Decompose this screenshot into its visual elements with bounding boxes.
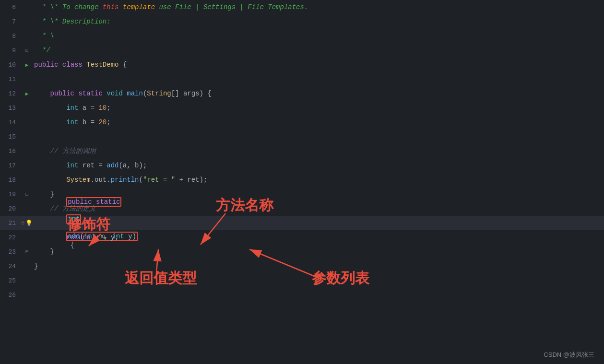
code-9: */ (32, 47, 604, 54)
gutter-21: ⊟ 💡 (22, 220, 32, 227)
code-18: System.out.println("ret = " + ret); (32, 176, 604, 184)
line-18: 18 System.out.println("ret = " + ret); (0, 173, 604, 187)
fold-icon-9[interactable]: ⊟ (25, 47, 28, 53)
line-num-9: 9 (0, 47, 22, 54)
line-num-21: 21 (0, 220, 22, 227)
gutter-9: ⊟ (22, 47, 32, 53)
line-num-18: 18 (0, 176, 22, 184)
line-14: 14 int b = 20; (0, 115, 604, 129)
line-26: 26 (0, 288, 604, 302)
line-6: 6 * \* To change this template use File … (0, 0, 604, 14)
run-icon-10[interactable]: ▶ (25, 62, 29, 68)
line-17: 17 int ret = add(a, b); (0, 158, 604, 173)
line-num-22: 22 (0, 234, 22, 241)
code-6: * \* To change this template use File | … (32, 3, 604, 11)
line-24: 24 } (0, 259, 604, 273)
line-22: 22 return x + y; (0, 230, 604, 245)
return-type-box: int (66, 214, 81, 224)
line-num-10: 10 (0, 61, 22, 69)
line-num-20: 20 (0, 205, 22, 212)
line-8: 8 * \ (0, 29, 604, 43)
line-num-26: 26 (0, 292, 22, 299)
code-22: return x + y; (32, 234, 604, 241)
code-area: 6 * \* To change this template use File … (0, 0, 604, 302)
line-num-17: 17 (0, 162, 22, 169)
line-num-6: 6 (0, 4, 22, 11)
line-num-11: 11 (0, 76, 22, 83)
line-7: 7 * \* Description: (0, 14, 604, 29)
gutter-19: ⊟ (22, 191, 32, 197)
fold-icon-21[interactable]: ⊟ (21, 220, 24, 226)
modifier-box: public static (66, 197, 121, 207)
gutter-12: ▶ (22, 91, 32, 97)
line-num-7: 7 (0, 18, 22, 25)
line-num-8: 8 (0, 33, 22, 40)
code-10: public class TestDemo { (32, 61, 604, 69)
code-12: public static void main(String[] args) { (32, 90, 604, 97)
line-13: 13 int a = 10; (0, 101, 604, 115)
code-13: int a = 10; (32, 104, 604, 112)
code-14: int b = 20; (32, 118, 604, 126)
code-16: // 方法的调用 (32, 147, 604, 155)
code-7: * \* Description: (32, 18, 604, 25)
line-11: 11 (0, 72, 604, 86)
code-8: * \ (32, 32, 604, 40)
line-12: 12 ▶ public static void main(String[] ar… (0, 86, 604, 101)
editor: 6 * \* To change this template use File … (0, 0, 604, 364)
code-17: int ret = add(a, b); (32, 162, 604, 169)
line-25: 25 (0, 273, 604, 288)
line-num-14: 14 (0, 119, 22, 126)
line-num-13: 13 (0, 105, 22, 112)
line-num-25: 25 (0, 277, 22, 284)
run-icon-12[interactable]: ▶ (25, 91, 29, 97)
line-9: 9 ⊟ */ (0, 43, 604, 58)
watermark: CSDN @波风张三 (544, 351, 594, 359)
gutter-10: ▶ (22, 62, 32, 68)
line-23: 23 ⊟ } (0, 245, 604, 259)
line-num-19: 19 (0, 191, 22, 198)
line-num-23: 23 (0, 248, 22, 256)
line-16: 16 // 方法的调用 (0, 144, 604, 158)
fold-icon-19[interactable]: ⊟ (25, 191, 28, 197)
line-10: 10 ▶ public class TestDemo { (0, 58, 604, 72)
code-24: } (32, 262, 604, 270)
line-num-24: 24 (0, 263, 22, 270)
line-num-12: 12 (0, 90, 22, 97)
gutter-23: ⊟ (22, 249, 32, 255)
line-21: 21 ⊟ 💡 public static int add(int x, int … (0, 216, 604, 230)
lightbulb-icon-21[interactable]: 💡 (25, 220, 33, 227)
line-15: 15 (0, 129, 604, 144)
code-23: } (32, 248, 604, 256)
line-num-15: 15 (0, 133, 22, 141)
fold-icon-23[interactable]: ⊟ (25, 249, 28, 255)
line-num-16: 16 (0, 148, 22, 155)
